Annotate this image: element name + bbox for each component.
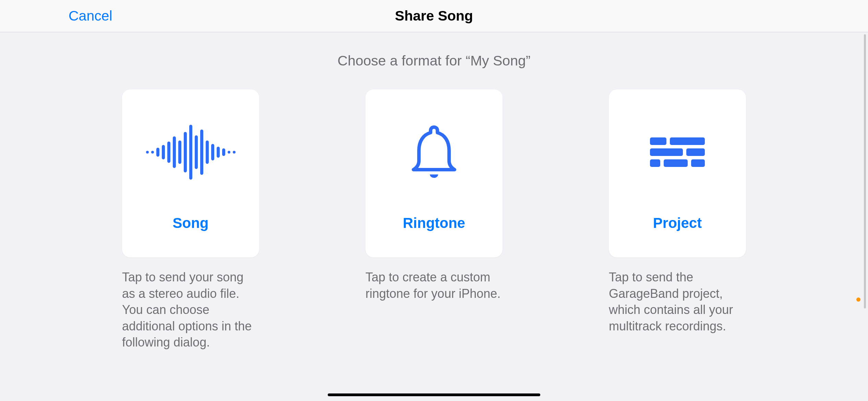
scroll-indicator[interactable]: [864, 34, 866, 308]
option-ringtone-description: Tap to create a custom ringtone for your…: [365, 269, 503, 302]
header-bar: Cancel Share Song: [0, 0, 868, 32]
option-ringtone-wrap: Ringtone Tap to create a custom ringtone…: [365, 89, 503, 351]
option-project-wrap: Project Tap to send the GarageBand proje…: [609, 89, 746, 351]
content-area: Choose a format for “My Song”: [0, 32, 868, 351]
option-ringtone[interactable]: Ringtone: [365, 89, 503, 257]
option-project-description: Tap to send the GarageBand project, whic…: [609, 269, 746, 334]
home-indicator[interactable]: [328, 393, 540, 396]
option-song[interactable]: Song: [122, 89, 259, 257]
tracks-icon: [650, 89, 705, 215]
option-project-label: Project: [653, 215, 702, 231]
format-subtitle: Choose a format for “My Song”: [0, 53, 868, 69]
option-song-description: Tap to send your song as a stereo audio …: [122, 269, 259, 351]
format-options: Song Tap to send your song as a stereo a…: [0, 89, 868, 351]
cancel-button[interactable]: Cancel: [69, 8, 112, 24]
microphone-indicator-icon: [856, 297, 860, 302]
option-project[interactable]: Project: [609, 89, 746, 257]
option-song-label: Song: [173, 215, 209, 231]
waveform-icon: [146, 89, 236, 215]
option-song-wrap: Song Tap to send your song as a stereo a…: [122, 89, 259, 351]
bell-icon: [407, 89, 461, 215]
page-title: Share Song: [395, 8, 473, 24]
option-ringtone-label: Ringtone: [403, 215, 465, 231]
